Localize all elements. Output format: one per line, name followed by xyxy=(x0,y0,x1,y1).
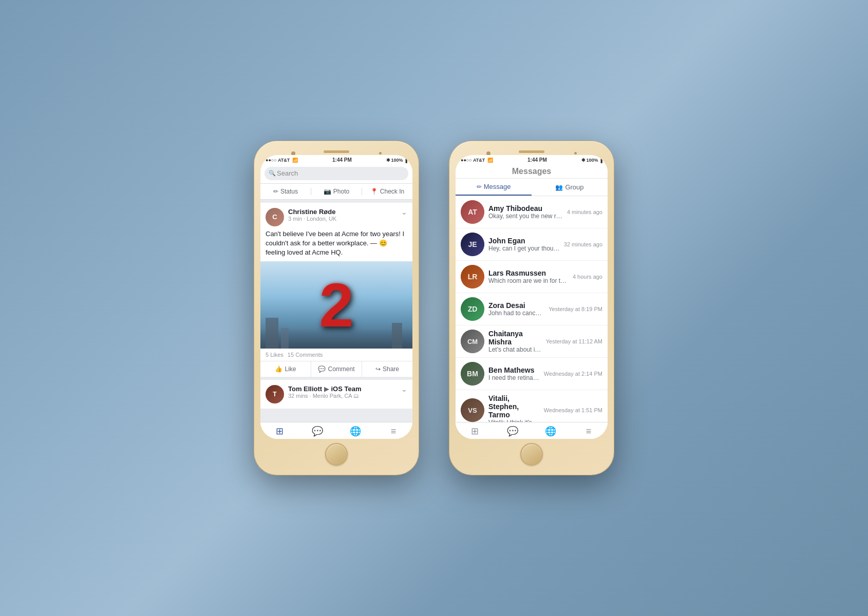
globe-icon: 🌐 xyxy=(350,426,361,437)
tab-globe[interactable]: 🌐 xyxy=(336,426,374,437)
tab-bar-1: ⊞ 💬 🌐 ≡ xyxy=(260,422,412,439)
newsfeed-icon: ⊞ xyxy=(276,426,284,437)
search-placeholder[interactable]: Search xyxy=(277,169,298,178)
status-time-2: 1:44 PM xyxy=(527,157,547,163)
status-button[interactable]: ✏ Status xyxy=(260,188,311,195)
status-icon: ✏ xyxy=(273,188,278,195)
msg-preview-zora: John had to cancel the meeting tomorrow … xyxy=(488,310,544,317)
tab-newsfeed-2[interactable]: ⊞ xyxy=(456,426,494,437)
bluetooth-icon-2: ✱ xyxy=(581,158,586,163)
menu-icon-2: ≡ xyxy=(586,426,592,437)
globe-icon-2: 🌐 xyxy=(545,426,556,437)
avatar-amy: AT xyxy=(461,200,484,224)
menu-icon: ≡ xyxy=(391,426,397,437)
messages-screen: Messages ✏ Message 👥 Group AT xyxy=(456,164,608,439)
messages-icon-2: 💬 xyxy=(507,426,518,437)
msg-name-john: John Egan xyxy=(488,237,560,245)
tab-messages-2[interactable]: 💬 xyxy=(494,426,532,437)
phone-2: ●●○○ AT&T 📶 1:44 PM ✱ 100% ▐ Messages ✏ … xyxy=(449,141,614,475)
msg-preview-john: Hey, can I get your thoughts on somethin… xyxy=(488,245,560,252)
post-location: 3 min · London, UK xyxy=(288,216,397,222)
tab-globe-2[interactable]: 🌐 xyxy=(532,426,570,437)
msg-content-vitalii: Vitalii, Stephen, Tarmo Vitalii: I think… xyxy=(488,394,540,422)
post-expand-icon[interactable]: ⌄ xyxy=(401,208,407,216)
comment-button[interactable]: 💬 Comment xyxy=(311,361,362,377)
msg-name-ben: Ben Mathews xyxy=(488,366,540,374)
avatar-john: JE xyxy=(461,233,484,256)
status-bar-1: ●●○○ AT&T 📶 1:44 PM ✱ 100% ▐ xyxy=(260,155,412,164)
photo-label: Photo xyxy=(333,188,349,195)
msg-time-vitalii: Wednesday at 1:51 PM xyxy=(544,407,602,413)
msg-name-vitalii: Vitalii, Stephen, Tarmo xyxy=(488,394,540,419)
post-card-1: C Christine Røde 3 min · London, UK ⌄ Ca… xyxy=(260,203,412,377)
tab-menu[interactable]: ≡ xyxy=(374,426,412,437)
fb-feed-screen: 🔍 Search ✏ Status 📷 Photo 📍 Check In xyxy=(260,164,412,422)
msg-preview-chaitanya: Let's chat about it in the meeting at 2:… xyxy=(488,346,542,353)
group-tab-label: Group xyxy=(565,183,583,191)
likes-count: 5 Likes xyxy=(266,352,284,358)
sensor xyxy=(379,152,382,155)
tab-message[interactable]: ✏ Message xyxy=(456,179,532,196)
comment-icon: 💬 xyxy=(318,365,326,373)
earpiece-2 xyxy=(519,150,544,153)
photo-button[interactable]: 📷 Photo xyxy=(311,188,362,195)
phone-screen-2: ●●○○ AT&T 📶 1:44 PM ✱ 100% ▐ Messages ✏ … xyxy=(456,155,608,439)
conversation-lars[interactable]: LR Lars Rasmussen Which room are we in f… xyxy=(456,261,608,293)
post-stats: 5 Likes 15 Comments xyxy=(260,349,412,361)
tab-group[interactable]: 👥 Group xyxy=(532,179,608,196)
status-label: Status xyxy=(280,188,298,195)
avatar-chaitanya: CM xyxy=(461,330,484,353)
status-battery-2: ✱ 100% ▐ xyxy=(581,158,602,163)
msg-time-ben: Wednesday at 2:14 PM xyxy=(544,371,602,377)
conversation-ben[interactable]: BM Ben Mathews I need the retina assets … xyxy=(456,358,608,390)
post-image: 2 xyxy=(260,261,412,349)
msg-name-lars: Lars Rasmussen xyxy=(488,269,569,277)
conversation-chaitanya[interactable]: CM Chaitanya Mishra Let's chat about it … xyxy=(456,325,608,358)
status-time-1: 1:44 PM xyxy=(332,157,352,163)
tab-news-feed[interactable]: ⊞ xyxy=(260,426,298,437)
sensor-2 xyxy=(574,152,577,155)
avatar-ben: BM xyxy=(461,362,484,386)
post2-meta: Tom Elliott ▶ iOS Team 32 mins · Menlo P… xyxy=(288,385,397,399)
wifi-icon-2: 📶 xyxy=(487,158,493,163)
message-tab-icon: ✏ xyxy=(477,183,482,190)
post2-author: Tom Elliott ▶ iOS Team xyxy=(288,385,397,393)
tab-menu-2[interactable]: ≡ xyxy=(570,426,608,437)
checkin-icon: 📍 xyxy=(370,188,378,195)
share-icon: ↪ xyxy=(375,365,381,373)
conversation-zora[interactable]: ZD Zora Desai John had to cancel the mee… xyxy=(456,293,608,325)
msg-content-lars: Lars Rasmussen Which room are we in for … xyxy=(488,269,569,284)
status-bar-2: ●●○○ AT&T 📶 1:44 PM ✱ 100% ▐ xyxy=(456,155,608,164)
share-button[interactable]: ↪ Share xyxy=(362,361,412,377)
msg-name-chaitanya: Chaitanya Mishra xyxy=(488,330,542,346)
home-button-1[interactable] xyxy=(325,443,348,466)
msg-time-chaitanya: Yesterday at 11:12 AM xyxy=(546,338,602,344)
post-header: C Christine Røde 3 min · London, UK ⌄ xyxy=(260,203,412,229)
checkin-label: Check In xyxy=(380,188,404,195)
tab-bar-2: ⊞ 💬 🌐 ≡ xyxy=(456,422,608,439)
balloon-number: 2 xyxy=(319,274,354,336)
post-card-2: T Tom Elliott ▶ iOS Team 32 mins · Menlo… xyxy=(260,380,412,409)
msg-content-zora: Zora Desai John had to cancel the meetin… xyxy=(488,301,544,317)
msg-content-chaitanya: Chaitanya Mishra Let's chat about it in … xyxy=(488,330,542,353)
post2-chevron-icon[interactable]: ⌄ xyxy=(401,385,407,393)
msg-time-john: 32 minutes ago xyxy=(564,241,602,247)
msg-name-amy: Amy Thibodeau xyxy=(488,204,563,213)
post-text: Can't believe I've been at Acme for two … xyxy=(260,229,412,262)
conversation-amy[interactable]: AT Amy Thibodeau Okay, sent you the new … xyxy=(456,196,608,228)
avatar-vitalii: VS xyxy=(461,398,484,422)
avatar-zora: ZD xyxy=(461,297,484,321)
like-icon: 👍 xyxy=(275,365,282,373)
like-button[interactable]: 👍 Like xyxy=(260,361,311,377)
tab-messages[interactable]: 💬 xyxy=(298,426,336,437)
message-tab-label: Message xyxy=(484,183,511,190)
earpiece xyxy=(324,150,349,153)
checkin-button[interactable]: 📍 Check In xyxy=(362,188,412,195)
conversation-vitalii[interactable]: VS Vitalii, Stephen, Tarmo Vitalii: I th… xyxy=(456,390,608,422)
conversation-john[interactable]: JE John Egan Hey, can I get your thought… xyxy=(456,228,608,261)
comments-count: 15 Comments xyxy=(288,352,323,358)
wifi-icon: 📶 xyxy=(292,158,298,163)
phone-1: ●●○○ AT&T 📶 1:44 PM ✱ 100% ▐ 🔍 Search xyxy=(254,141,419,475)
home-button-2[interactable] xyxy=(520,443,543,466)
post-author-avatar: C xyxy=(266,208,284,226)
